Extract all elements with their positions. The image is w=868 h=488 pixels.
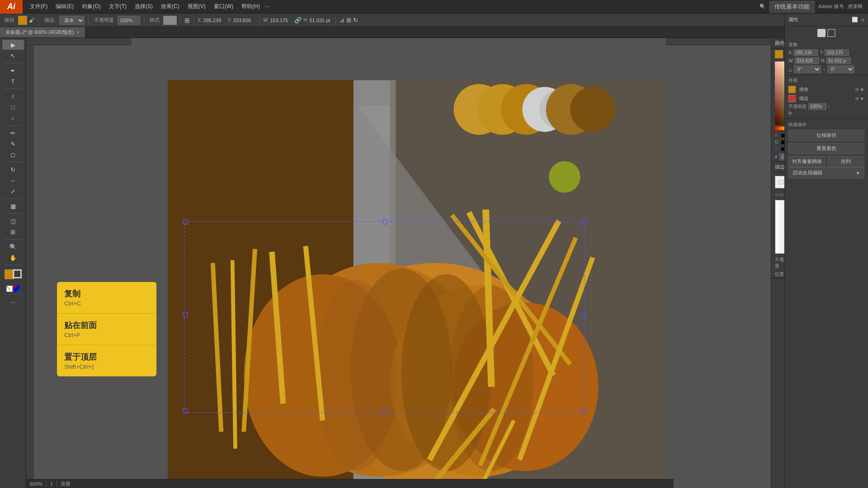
search-icon[interactable]: 🔍 xyxy=(760,4,766,9)
stroke-dropdown-icon[interactable]: ▼ xyxy=(860,96,864,101)
zoom-tool[interactable]: 🔍 xyxy=(2,242,24,252)
fill-label: 填色 xyxy=(799,86,808,93)
menu-edit[interactable]: 编辑(E) xyxy=(52,1,77,12)
menu-file[interactable]: 文件(F) xyxy=(26,1,51,12)
menu-window[interactable]: 窗口(W) xyxy=(210,1,237,12)
align-grid-btn[interactable]: 对齐像素网格 xyxy=(788,156,826,167)
gradient-tool[interactable]: ◫ xyxy=(2,216,24,226)
text-tool[interactable]: T xyxy=(2,76,24,86)
arrow-left-icon[interactable]: ◁ xyxy=(775,192,778,197)
h-coord-input[interactable] xyxy=(826,57,851,64)
w-value: 153.175 xyxy=(270,18,292,23)
menu-text[interactable]: 文字(T) xyxy=(105,1,130,12)
h-value: 51.031 pt xyxy=(309,18,332,23)
x-coord-input[interactable] xyxy=(793,49,818,56)
stroke-action-1[interactable]: ⟳ xyxy=(855,96,859,101)
opacity-text-input[interactable] xyxy=(808,103,826,110)
more-tools[interactable]: ··· xyxy=(2,297,24,307)
graph-tool[interactable]: ▦ xyxy=(2,201,24,211)
left-tools-panel: ▶ ↖ ✒ T / □ ○ ✏ ✎ ◻ ↻ ↔ ⤢ ▦ ◫ ⊞ 🔍 ✋ xyxy=(0,38,26,488)
locate-path-btn[interactable]: 位移路径 xyxy=(788,130,864,141)
stroke-type-select[interactable]: 基本 xyxy=(59,16,85,25)
tab-title: 未标题-2* @ 600% (RGB/预览) xyxy=(5,29,74,36)
link-icon[interactable]: 🔗 xyxy=(294,17,302,23)
ellipse-tool[interactable]: ○ xyxy=(2,113,24,123)
stroke-swatch[interactable] xyxy=(13,269,22,278)
copy-menu-item[interactable]: 复制 Ctrl+C xyxy=(57,282,156,314)
workspace-button[interactable]: 传统基本功能 xyxy=(769,1,815,13)
rotate-tool[interactable]: ↻ xyxy=(2,164,24,174)
w-coord-input[interactable] xyxy=(795,57,819,64)
transform-icon[interactable]: ⊿ xyxy=(340,17,344,23)
line-tool[interactable]: / xyxy=(2,91,24,101)
bring-to-top-menu-item[interactable]: 置于顶层 Shift+Ctrl+] xyxy=(57,345,156,376)
reset-color-btn[interactable]: 重置着色 xyxy=(788,143,864,154)
tool-sep-9 xyxy=(4,294,22,295)
color-area xyxy=(5,269,22,292)
grid-icon[interactable]: ⊞ xyxy=(184,17,190,24)
active-tab[interactable]: 未标题-2* @ 600% (RGB/预览) × xyxy=(0,27,85,38)
attr-collapse[interactable]: ≡ xyxy=(862,17,864,23)
fill-color-box[interactable] xyxy=(18,16,27,25)
menu-help[interactable]: 帮助(H) xyxy=(238,1,264,12)
color-icon[interactable] xyxy=(14,286,20,292)
menu-view[interactable]: 视图(V) xyxy=(184,1,209,12)
pen-tool[interactable]: ✒ xyxy=(2,66,24,75)
paste-front-shortcut: Ctrl+F xyxy=(64,332,149,338)
opacity-text-label: 不透明度 xyxy=(788,103,807,110)
arrange-btn[interactable]: 排列 xyxy=(827,156,864,167)
menu-more-icon[interactable]: ⋯ xyxy=(264,3,270,10)
opacity-more[interactable]: › xyxy=(828,104,830,109)
fill-action-1[interactable]: ⟳ xyxy=(855,87,859,92)
shear-input[interactable]: 0° xyxy=(827,66,854,73)
pattern-dot-1[interactable] xyxy=(817,29,826,37)
direct-select-tool[interactable]: ↖ xyxy=(2,51,24,61)
pencil-tool[interactable]: ✎ xyxy=(2,139,24,149)
menu-effect[interactable]: 效果(C) xyxy=(157,1,183,12)
h-coord-label: H: xyxy=(821,58,826,63)
paste-front-menu-item[interactable]: 贴在前面 Ctrl+F xyxy=(57,314,156,345)
stroke-width-label: 描边: xyxy=(42,17,57,23)
appearance-title: 外观 xyxy=(788,77,864,84)
select-tool[interactable]: ▶ xyxy=(2,40,24,50)
status-bar: 600% 1 连接 xyxy=(26,479,674,488)
opacity-input[interactable] xyxy=(118,16,140,25)
fill-color-swatch[interactable] xyxy=(788,86,796,93)
y-coord-input[interactable] xyxy=(825,49,849,56)
separator-7 xyxy=(335,16,336,24)
menu-object[interactable]: 对象(O) xyxy=(78,1,104,12)
rotate-icon[interactable]: ↻ xyxy=(353,17,358,23)
attr-panel-header: 属性 ⬜ ≡ xyxy=(785,14,868,26)
edit-global-toggle[interactable]: 启动全局编辑 ▼ xyxy=(788,167,864,178)
no-fill-icon[interactable] xyxy=(6,286,13,292)
user-account[interactable]: Adobe 账号 xyxy=(818,3,844,10)
reflect-tool[interactable]: ↔ xyxy=(2,175,24,185)
fill-dropdown-icon[interactable]: ▼ xyxy=(860,87,864,92)
attr-tab-2[interactable]: ⬜ xyxy=(852,17,858,23)
arrow-right-icon[interactable]: ▷ xyxy=(780,192,784,197)
tab-close-btn[interactable]: × xyxy=(77,30,80,35)
style-preview[interactable] xyxy=(163,16,177,25)
eraser-tool[interactable]: ◻ xyxy=(2,150,24,160)
separator-2 xyxy=(88,16,89,24)
align-icon[interactable]: ⊞ xyxy=(346,17,351,23)
canvas-area[interactable]: 复制 Ctrl+C 贴在前面 Ctrl+F 置于顶层 Shift+Ctrl+] … xyxy=(26,38,771,488)
edit-global-dropdown[interactable]: ▼ xyxy=(855,170,860,176)
right-section: 🔍 传统基本功能 Adobe 账号 虎课网 xyxy=(760,1,868,13)
main-layout: ▶ ↖ ✒ T / □ ○ ✏ ✎ ◻ ↻ ↔ ⤢ ▦ ◫ ⊞ 🔍 ✋ xyxy=(0,38,868,488)
tool-sep-8 xyxy=(4,265,22,265)
hand-tool[interactable]: ✋ xyxy=(2,253,24,263)
rect-tool[interactable]: □ xyxy=(2,102,24,112)
menu-items: 文件(F) 编辑(E) 对象(O) 文字(T) 选择(S) 效果(C) 视图(V… xyxy=(23,1,274,12)
menu-select[interactable]: 选择(S) xyxy=(131,1,156,12)
opacity-label: 不透明度 xyxy=(92,17,116,23)
scale-tool[interactable]: ⤢ xyxy=(2,186,24,196)
brush-icon[interactable]: 🖌 xyxy=(29,17,35,23)
brush-tool[interactable]: ✏ xyxy=(2,128,24,138)
fill-indicator-1[interactable] xyxy=(775,50,783,58)
stroke-color-swatch[interactable] xyxy=(788,95,796,102)
pattern-dot-2[interactable] xyxy=(827,29,835,37)
mesh-tool[interactable]: ⊞ xyxy=(2,227,24,237)
angle-input[interactable]: 0° xyxy=(794,66,821,73)
svg-point-13 xyxy=(549,161,580,193)
